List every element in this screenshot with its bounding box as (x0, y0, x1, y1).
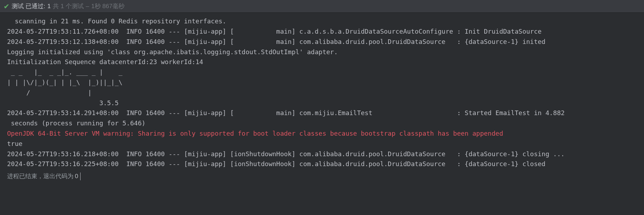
log-line: 3.5.5 (7, 98, 637, 108)
log-line: scanning in 21 ms. Found 0 Redis reposit… (7, 16, 637, 27)
log-line: _ _ |_ _ _|_. ___ _ | _ (7, 67, 637, 78)
exit-code: 0 (75, 171, 78, 181)
log-line: 2024-05-27T19:53:12.138+08:00 INFO 16400… (7, 37, 637, 47)
log-line: / | (7, 88, 637, 98)
log-line: | | |\/|_)(_| | |_\ |_)||_|_\ (7, 78, 637, 88)
test-duration: 1秒 867毫秒 (91, 1, 125, 11)
test-total-label: 共 1 个测试 (53, 1, 84, 11)
test-passed-count: 1 (47, 1, 50, 11)
console-output[interactable]: scanning in 21 ms. Found 0 Redis reposit… (0, 13, 644, 169)
caret-icon (80, 172, 81, 180)
log-line: seconds (process running for 5.646) (7, 118, 637, 129)
test-status-bar: ✔ 测试 已通过: 1 共 1 个测试 – 1秒 867毫秒 (0, 0, 644, 13)
log-line: Logging initialized using 'class org.apa… (7, 47, 637, 57)
process-exit-footer: 进程已结束，退出代码为 0 (0, 169, 644, 183)
log-line: Initialization Sequence datacenterId:23 … (7, 57, 637, 67)
log-line: OpenJDK 64-Bit Server VM warning: Sharin… (7, 129, 637, 139)
separator: – (86, 1, 89, 11)
log-line: 2024-05-27T19:53:16.225+08:00 INFO 16400… (7, 159, 637, 169)
exit-label: 进程已结束，退出代码为 (7, 171, 73, 181)
log-line: 2024-05-27T19:53:14.291+08:00 INFO 16400… (7, 108, 637, 118)
test-passed-label: 测试 已通过: (12, 1, 45, 11)
log-line: 2024-05-27T19:53:16.218+08:00 INFO 16400… (7, 149, 637, 159)
log-line: true (7, 139, 637, 149)
check-icon: ✔ (4, 3, 10, 10)
log-line: 2024-05-27T19:53:11.726+08:00 INFO 16400… (7, 27, 637, 37)
